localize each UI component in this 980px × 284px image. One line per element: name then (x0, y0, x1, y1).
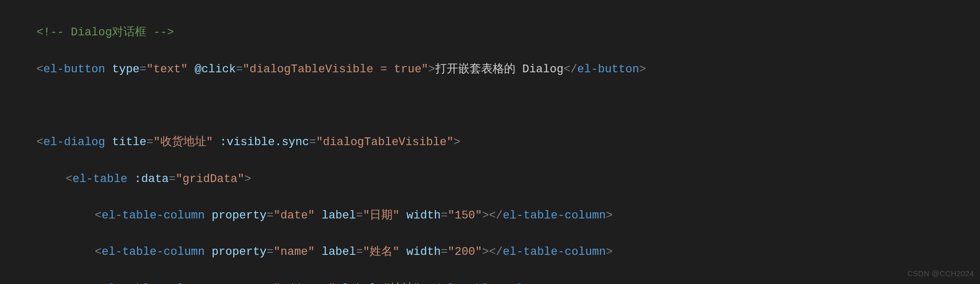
bracket: < (36, 136, 43, 149)
attr: width (407, 246, 441, 259)
code-line-7[interactable]: <el-table-column property="name" label="… (36, 243, 980, 261)
equals: = (356, 246, 363, 259)
code-editor[interactable]: <!-- Dialog对话框 --> <el-button type="text… (0, 5, 980, 284)
value: "dialogTableVisible" (316, 136, 454, 149)
equals: = (236, 63, 243, 76)
attr: property (211, 246, 267, 259)
bracket: </ (489, 246, 502, 259)
equals: = (309, 136, 316, 149)
tag: el-table-column (502, 209, 606, 222)
bracket: < (66, 173, 72, 186)
attr: label (322, 246, 356, 259)
tag: el-table-column (502, 246, 606, 259)
equals: = (169, 173, 175, 186)
bracket: > (482, 246, 489, 259)
value: "date" (273, 209, 315, 222)
equals: = (441, 209, 448, 222)
attr: width (407, 209, 441, 222)
value: "日期" (363, 209, 399, 222)
value: "姓名" (363, 246, 399, 259)
equals: = (356, 209, 363, 222)
bracket: > (244, 173, 251, 186)
attr: :data (134, 173, 169, 186)
tag: el-table-column (102, 209, 205, 222)
attr: property (211, 209, 267, 222)
bracket: > (454, 136, 460, 149)
bracket: > (482, 209, 489, 222)
text: 打开嵌套表格的 Dialog (435, 63, 563, 76)
code-line-1[interactable]: <!-- Dialog对话框 --> (36, 23, 980, 42)
attr: @click (195, 63, 236, 76)
value: "150" (448, 209, 482, 222)
value: "收货地址" (153, 136, 212, 149)
value: "200" (448, 246, 482, 259)
watermark-text: CSDN @CCH2024 (907, 267, 974, 280)
tag: el-table-column (102, 246, 205, 259)
attr: type (112, 63, 140, 76)
equals: = (140, 63, 146, 76)
attr: title (112, 136, 146, 149)
attr: :visible.sync (220, 136, 309, 149)
bracket: < (95, 246, 102, 259)
code-line-6[interactable]: <el-table-column property="date" label="… (36, 206, 980, 225)
tag: el-button (577, 63, 639, 76)
value: "dialogTableVisible = true" (243, 63, 428, 76)
equals: = (267, 209, 273, 222)
bracket: > (429, 63, 435, 76)
attr: label (322, 209, 356, 222)
value: "text" (146, 63, 187, 76)
bracket: </ (489, 209, 502, 222)
bracket: </ (563, 63, 577, 76)
comment-open: <!-- (36, 26, 71, 39)
code-line-5[interactable]: <el-table :data="gridData"> (36, 170, 980, 188)
bracket: < (95, 209, 102, 222)
equals: = (267, 246, 273, 259)
tag: el-table (72, 173, 128, 186)
code-line-8[interactable]: <el-table-column property="address" labe… (36, 280, 980, 284)
code-line-3[interactable] (36, 97, 980, 115)
code-line-2[interactable]: <el-button type="text" @click="dialogTab… (36, 60, 980, 79)
value: "name" (273, 246, 315, 259)
equals: = (441, 246, 448, 259)
bracket: > (606, 209, 612, 222)
value: "gridData" (175, 173, 244, 186)
bracket: < (36, 63, 43, 76)
bracket: > (606, 246, 612, 259)
bracket: > (639, 63, 646, 76)
tag: el-button (43, 63, 105, 76)
comment-text: Dialog对话框 (71, 26, 146, 39)
comment-close: --> (146, 26, 174, 39)
equals: = (146, 136, 153, 149)
code-line-4[interactable]: <el-dialog title="收货地址" :visible.sync="d… (36, 133, 980, 151)
tag: el-dialog (43, 136, 105, 149)
